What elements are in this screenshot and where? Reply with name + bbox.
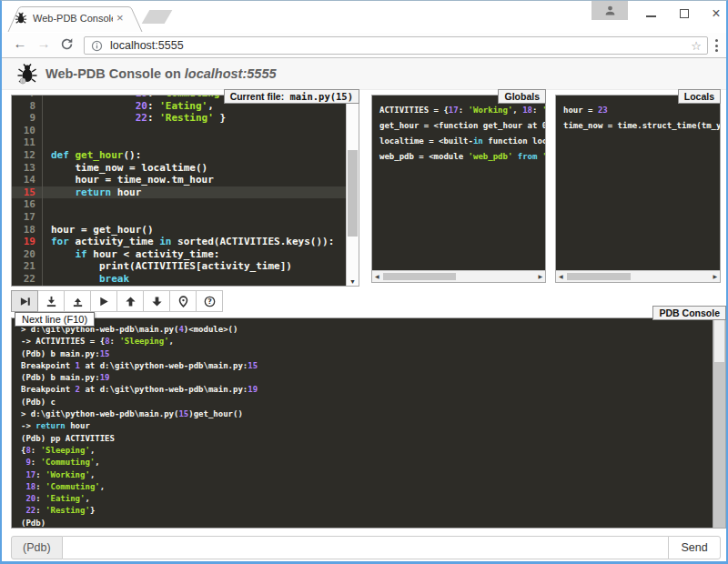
breakpoint-line-number[interactable]: 15 — [12, 186, 43, 199]
next-line-button[interactable] — [11, 290, 38, 312]
token: in — [473, 136, 483, 146]
token: return — [35, 421, 66, 430]
line-number[interactable]: 21 — [12, 260, 43, 273]
token: , — [95, 458, 99, 467]
token: ACTIVITIES = { — [379, 106, 449, 115]
info-icon[interactable] — [91, 40, 103, 52]
line-number[interactable]: 20 — [12, 248, 43, 261]
locals-viewport[interactable]: hour = 23time_now = time.struct_time(tm_… — [556, 96, 720, 270]
arrow-up-icon — [125, 296, 136, 307]
token: -> ACTIVITIES = { — [21, 337, 105, 346]
current-file-label: Current file: main.py(15) — [224, 89, 359, 104]
page-title: Web-PDB Console on localhost:5555 — [46, 66, 277, 81]
token: 'Commuting' — [159, 96, 226, 99]
token: )<module>() — [184, 325, 238, 334]
token: return — [76, 186, 112, 198]
token: 15 — [178, 409, 188, 418]
scroll-thumb[interactable] — [714, 320, 724, 362]
line-number[interactable]: 10 — [12, 125, 43, 137]
back-icon[interactable]: ← — [11, 35, 29, 51]
line-number[interactable]: 13 — [12, 162, 43, 175]
line-number[interactable]: 14 — [12, 174, 43, 186]
token: hour — [66, 421, 90, 430]
command-input[interactable] — [63, 536, 669, 559]
scroll-right-arrow-icon[interactable]: ▶ — [713, 271, 717, 282]
code-line: 17 — [12, 211, 346, 224]
console-viewport[interactable]: > d:\git\python-web-pdb\main.py(4)<modul… — [12, 318, 713, 528]
scroll-left-arrow-icon[interactable]: ◀ — [559, 271, 563, 282]
code-text: 22: 'Resting' } — [51, 112, 226, 125]
console-vertical-scrollbar[interactable] — [713, 318, 725, 528]
address-bar[interactable]: localhost:5555 ☆ — [84, 36, 708, 55]
reload-icon[interactable] — [60, 37, 74, 51]
locals-horizontal-scrollbar[interactable]: ◀ ▶ — [556, 270, 720, 282]
console-line: (Pdb) pp ACTIVITIES — [21, 433, 713, 445]
token: from — [518, 152, 538, 161]
token: : — [110, 337, 120, 346]
local-variable-line: time_now = time.struct_time(tm_yea — [563, 118, 713, 134]
globals-viewport[interactable]: ACTIVITIES = {17: 'Working', 18: 'get_ho… — [372, 96, 545, 270]
new-tab-button[interactable] — [142, 10, 173, 24]
line-number[interactable]: 22 — [12, 273, 43, 286]
token: get_hour — [76, 149, 124, 161]
token: 22 — [25, 506, 35, 515]
token: sorted(ACTIVITIES.keys()): — [171, 236, 334, 247]
line-number[interactable]: 8 — [12, 100, 43, 113]
scroll-thumb[interactable] — [383, 273, 456, 280]
code-text: print(ACTIVITIES[activity_time]) — [51, 260, 292, 273]
minimize-button[interactable] — [635, 1, 666, 26]
code-line: 22 break — [12, 273, 346, 286]
stack-down-button[interactable] — [143, 290, 170, 312]
code-viewport[interactable]: 7 18: 'Commuting',8 20: 'Eating',9 22: '… — [12, 96, 346, 286]
send-button[interactable]: Send — [668, 536, 721, 559]
close-button[interactable]: × — [701, 1, 728, 26]
token — [51, 96, 136, 99]
stack-up-button[interactable] — [116, 290, 144, 312]
help-button[interactable]: ? — [196, 290, 223, 312]
step-into-button[interactable] — [37, 290, 65, 312]
profile-button[interactable] — [592, 1, 628, 20]
pdb-console-panel: PDB Console > d:\git\python-web-pdb\main… — [11, 317, 726, 529]
tab-title: Web-PDB Console on loc — [33, 13, 113, 24]
editor-vertical-scrollbar[interactable]: ▼ — [346, 96, 359, 286]
token: -> — [21, 421, 35, 430]
token: activity_time — [69, 236, 159, 247]
line-number[interactable]: 16 — [12, 198, 43, 211]
token: : — [31, 458, 41, 467]
browser-tab[interactable]: Web-PDB Console on loc × — [15, 9, 131, 27]
maximize-icon — [680, 9, 689, 18]
line-number[interactable]: 11 — [12, 136, 43, 149]
step-into-icon — [46, 296, 57, 307]
line-number[interactable]: 9 — [12, 112, 43, 125]
where-button[interactable] — [169, 290, 197, 312]
line-number[interactable]: 17 — [12, 211, 43, 224]
bookmark-star-icon[interactable]: ☆ — [691, 37, 702, 55]
token: 'Sleeping' — [119, 337, 168, 346]
token: for — [51, 236, 69, 247]
scroll-thumb[interactable] — [567, 273, 631, 280]
breakpoint-line-number[interactable]: 19 — [12, 236, 43, 248]
console-line: > d:\git\python-web-pdb\main.py(15)get_h… — [21, 408, 713, 420]
token: get_hour = <function get_hour at 0 — [379, 121, 545, 130]
globals-horizontal-scrollbar[interactable]: ◀ ▶ — [372, 270, 545, 282]
token — [51, 248, 76, 260]
arrow-down-icon — [151, 296, 163, 307]
line-number[interactable]: 12 — [12, 149, 43, 162]
continue-button[interactable] — [90, 290, 117, 312]
tab-close-icon[interactable]: × — [116, 13, 124, 24]
scroll-thumb[interactable] — [348, 150, 358, 237]
browser-menu-icon[interactable] — [715, 39, 719, 55]
return-button[interactable] — [64, 290, 91, 312]
scroll-left-arrow-icon[interactable]: ◀ — [375, 271, 379, 282]
scroll-right-arrow-icon[interactable]: ▶ — [538, 271, 542, 282]
local-variable-line: hour = 23 — [563, 103, 713, 118]
token: : — [35, 494, 46, 503]
token: if — [76, 248, 87, 260]
token: break — [99, 273, 129, 285]
scroll-down-arrow-icon[interactable]: ▼ — [347, 278, 359, 285]
tooltip: Next line (F10) — [15, 312, 95, 327]
line-number[interactable]: 18 — [12, 224, 43, 237]
maximize-button[interactable] — [669, 1, 700, 26]
url-text[interactable]: localhost:5555 — [110, 37, 184, 55]
token: hour — [111, 186, 141, 198]
